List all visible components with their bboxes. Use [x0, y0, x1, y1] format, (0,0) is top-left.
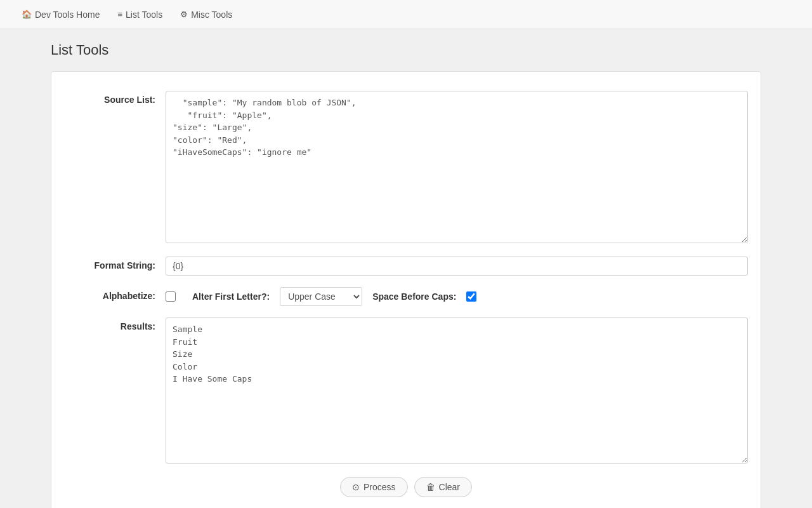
format-string-wrap — [166, 257, 748, 276]
alphabetize-controls: Alter First Letter?: Upper Case Lower Ca… — [166, 287, 748, 306]
source-list-label: Source List: — [64, 91, 166, 105]
source-list-row: Source List: "sample": "My random blob o… — [64, 91, 748, 245]
nav-dev-tools-label: Dev Tools Home — [35, 10, 100, 20]
alphabetize-checkbox[interactable] — [166, 291, 176, 302]
nav-misc-tools[interactable]: ⚙ Misc Tools — [171, 0, 241, 29]
page-title: List Tools — [51, 42, 761, 58]
main-card: Source List: "sample": "My random blob o… — [51, 71, 761, 508]
format-string-label: Format String: — [64, 257, 166, 271]
trash-icon: 🗑 — [426, 482, 435, 492]
space-before-caps-label: Space Before Caps: — [372, 291, 456, 302]
nav-list-tools[interactable]: ≡ List Tools — [108, 0, 171, 29]
navbar: 🏠 Dev Tools Home ≡ List Tools ⚙ Misc Too… — [0, 0, 812, 29]
alphabetize-row: Alphabetize: Alter First Letter?: Upper … — [64, 287, 748, 306]
results-row: Results: Sample Fruit Size Color I Have … — [64, 318, 748, 465]
alter-first-select[interactable]: Upper Case Lower Case No Change — [280, 287, 362, 306]
clear-label: Clear — [439, 482, 460, 492]
nav-misc-tools-label: Misc Tools — [191, 10, 232, 20]
process-button[interactable]: ⊙ Process — [340, 477, 408, 497]
source-list-input[interactable]: "sample": "My random blob of JSON", "fru… — [166, 91, 748, 243]
clear-button[interactable]: 🗑 Clear — [414, 477, 472, 497]
buttons-row: ⊙ Process 🗑 Clear — [64, 477, 748, 497]
page-content: List Tools Source List: "sample": "My ra… — [0, 29, 812, 508]
results-wrap: Sample Fruit Size Color I Have Some Caps — [166, 318, 748, 465]
list-icon: ≡ — [117, 10, 122, 19]
space-before-caps-checkbox[interactable] — [466, 291, 476, 302]
nav-list-tools-label: List Tools — [126, 10, 162, 20]
alphabetize-label: Alphabetize: — [64, 287, 166, 301]
source-list-wrap: "sample": "My random blob of JSON", "fru… — [166, 91, 748, 245]
process-icon: ⊙ — [352, 482, 360, 492]
nav-dev-tools-home[interactable]: 🏠 Dev Tools Home — [13, 0, 108, 29]
alter-first-label: Alter First Letter?: — [192, 291, 270, 302]
results-textarea[interactable]: Sample Fruit Size Color I Have Some Caps — [166, 318, 748, 464]
home-icon: 🏠 — [22, 10, 32, 19]
format-string-input[interactable] — [166, 257, 748, 276]
process-label: Process — [363, 482, 396, 492]
results-label: Results: — [64, 318, 166, 331]
format-string-row: Format String: — [64, 257, 748, 276]
gear-icon: ⚙ — [180, 10, 188, 19]
